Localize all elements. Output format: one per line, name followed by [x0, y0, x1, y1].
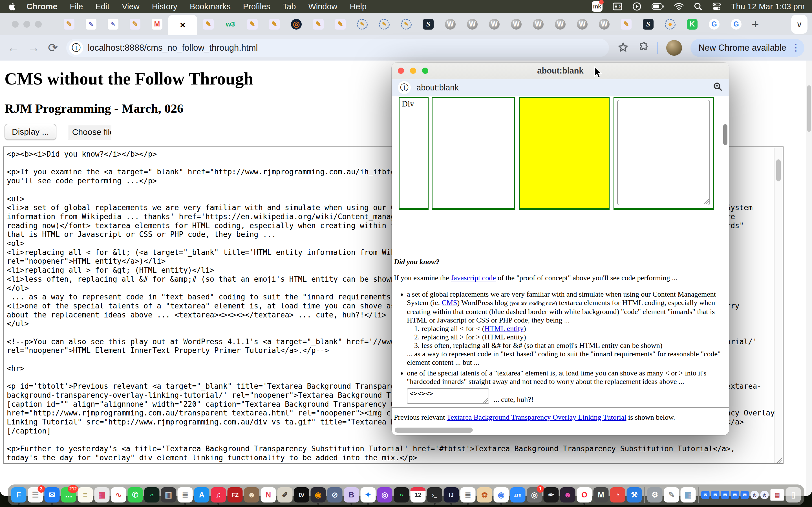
- html-entity-link[interactable]: HTML entity: [485, 325, 523, 333]
- dock-item[interactable]: ▦: [680, 487, 696, 503]
- dock-item[interactable]: 12: [410, 487, 426, 503]
- javascript-code-link[interactable]: Javascript code: [451, 274, 496, 282]
- menu-item[interactable]: Tab: [276, 2, 302, 11]
- dock-app-icon[interactable]: B: [344, 487, 359, 503]
- dock-item[interactable]: ›_: [427, 487, 442, 503]
- dock-item[interactable]: ≣: [460, 487, 476, 503]
- menu-clock[interactable]: Thu 12 Mar 1:03 pm: [731, 2, 805, 11]
- site-info-icon[interactable]: ⓘ: [69, 41, 83, 55]
- browser-tab[interactable]: W: [549, 13, 571, 35]
- new-tab-button[interactable]: +: [752, 18, 759, 31]
- dock-app-icon[interactable]: ✦: [361, 487, 376, 503]
- browser-tab[interactable]: W: [527, 13, 549, 35]
- tab-search-button[interactable]: ∨: [791, 15, 808, 34]
- dock-item[interactable]: B: [344, 487, 359, 503]
- dock-app-icon[interactable]: ›_: [427, 487, 442, 503]
- dock-app-icon[interactable]: ◉: [311, 487, 326, 503]
- mini-textarea-resize-grip[interactable]: [483, 397, 488, 403]
- bookmark-star-icon[interactable]: [617, 42, 629, 54]
- browser-tab[interactable]: S: [637, 13, 659, 35]
- dock-item[interactable]: ✐: [277, 487, 293, 503]
- dock-app-icon[interactable]: ◔: [610, 487, 625, 503]
- dock-app-icon[interactable]: ◎: [377, 487, 393, 503]
- zoom-window-button[interactable]: [35, 21, 42, 27]
- dock-app-icon[interactable]: ✉: [741, 491, 749, 499]
- menu-item[interactable]: Profiles: [237, 2, 276, 11]
- dock-item[interactable]: ◴: [760, 491, 769, 499]
- dock-app-icon[interactable]: ≡: [78, 487, 93, 503]
- dock-item[interactable]: ✉: [701, 491, 710, 499]
- browser-tab[interactable]: ✎: [102, 13, 124, 35]
- dock-item[interactable]: ✉: [731, 491, 739, 499]
- control-center-icon[interactable]: [712, 2, 721, 11]
- dock-app-icon[interactable]: ✐: [277, 487, 293, 503]
- dock-item[interactable]: ◉: [311, 487, 326, 503]
- reload-button[interactable]: ⟳: [48, 42, 58, 54]
- browser-tab[interactable]: ✎: [124, 13, 146, 35]
- dock-item[interactable]: ▯: [786, 487, 801, 503]
- popup-title-bar[interactable]: about:blank: [392, 62, 729, 79]
- browser-tab[interactable]: ✎: [615, 13, 637, 35]
- dock-app-icon[interactable]: ◉: [494, 487, 509, 503]
- dock-item[interactable]: ✉: [45, 487, 60, 503]
- dock-app-icon[interactable]: ✒: [544, 487, 559, 503]
- browser-tab[interactable]: S: [417, 13, 439, 35]
- dock-item[interactable]: ✉: [741, 491, 749, 499]
- dock-app-icon[interactable]: FZ: [227, 487, 243, 503]
- dock-item[interactable]: ◎: [377, 487, 393, 503]
- dock-app-icon[interactable]: O: [577, 487, 592, 503]
- dock-item[interactable]: ⊘: [327, 487, 343, 503]
- forward-button[interactable]: →: [28, 42, 40, 54]
- battery-icon[interactable]: [652, 3, 664, 10]
- kebab-menu-icon[interactable]: ⋮: [792, 45, 801, 50]
- dock-app-icon[interactable]: ☻: [244, 487, 259, 503]
- popup-close-button[interactable]: [398, 68, 404, 74]
- dock-app-icon[interactable]: ◴: [760, 491, 769, 499]
- spotlight-search-icon[interactable]: [694, 2, 702, 11]
- menu-item[interactable]: Edit: [89, 2, 116, 11]
- browser-tab[interactable]: ✎: [373, 13, 395, 35]
- browser-tab[interactable]: ✎: [329, 13, 351, 35]
- demo-textarea-resize-grip[interactable]: [703, 199, 709, 204]
- dock-app-icon[interactable]: ▤: [770, 489, 784, 501]
- dock-item[interactable]: ◔: [610, 487, 625, 503]
- dock-app-icon[interactable]: ✉: [721, 491, 729, 499]
- popup-vertical-scroll-thumb[interactable]: [723, 124, 727, 145]
- previous-tutorial-link[interactable]: Textarea Background Transparency Overlay…: [447, 413, 626, 421]
- dock-item[interactable]: ≣: [177, 487, 193, 503]
- dock-app-icon[interactable]: ▦: [680, 487, 696, 503]
- dock-item[interactable]: ◴: [751, 491, 759, 499]
- dock-app-icon[interactable]: [644, 487, 645, 503]
- profile-avatar[interactable]: [666, 40, 682, 56]
- dock-item[interactable]: ♫: [211, 487, 226, 503]
- window-switcher-icon[interactable]: ⌘: [613, 3, 622, 10]
- dock-item[interactable]: F: [11, 487, 27, 503]
- browser-tab[interactable]: ✎: [307, 13, 329, 35]
- dock-app-icon[interactable]: IJ: [444, 487, 459, 503]
- dock-item[interactable]: [644, 487, 646, 503]
- close-window-button[interactable]: [12, 21, 18, 27]
- dock-app-icon[interactable]: F: [11, 487, 27, 503]
- dock-item[interactable]: ▦: [94, 487, 110, 503]
- dock-item[interactable]: ☰ 3: [28, 487, 43, 503]
- cms-link[interactable]: CMS: [442, 298, 457, 307]
- browser-tab[interactable]: M: [146, 13, 168, 35]
- browser-tab[interactable]: W: [571, 13, 593, 35]
- dock-app-icon[interactable]: ▥: [161, 487, 176, 503]
- dock-app-icon[interactable]: ≣: [177, 487, 193, 503]
- menu-item[interactable]: View: [116, 2, 146, 11]
- play-icon[interactable]: [632, 2, 642, 11]
- dock-item[interactable]: … 212: [61, 487, 77, 503]
- dock-item[interactable]: ▥: [161, 487, 176, 503]
- popup-minimize-button[interactable]: [410, 68, 416, 74]
- dock-app-icon[interactable]: ♫: [211, 487, 226, 503]
- dock-app-icon[interactable]: A: [194, 487, 209, 503]
- dock-item[interactable]: ✉: [721, 491, 729, 499]
- dock-app-icon[interactable]: ≣: [460, 487, 476, 503]
- textarea-resize-grip[interactable]: [777, 457, 782, 463]
- browser-tab[interactable]: W: [505, 13, 527, 35]
- extensions-puzzle-icon[interactable]: [637, 42, 649, 54]
- dock-item[interactable]: tv: [294, 487, 309, 503]
- dock-item[interactable]: ☻: [560, 487, 575, 503]
- browser-tab[interactable]: W: [461, 13, 483, 35]
